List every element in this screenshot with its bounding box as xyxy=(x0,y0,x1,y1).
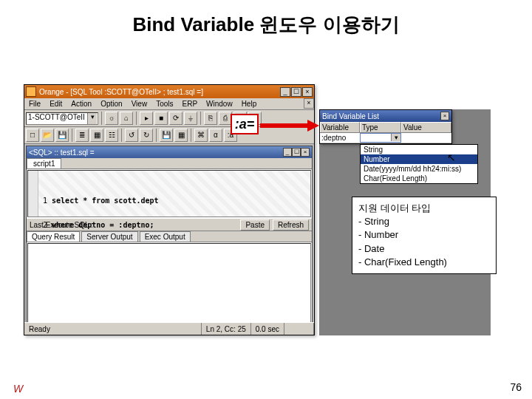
menu-option[interactable]: Option xyxy=(96,98,126,109)
status-bar: Ready Ln 2, Cc: 25 0.0 sec xyxy=(24,322,314,335)
status-position: Ln 2, Cc: 25 xyxy=(202,323,251,335)
editor-tab-script1[interactable]: script1 xyxy=(27,158,61,168)
separator-icon xyxy=(101,112,102,125)
result-grid[interactable] xyxy=(27,243,311,323)
bvl-header-value[interactable]: Value xyxy=(401,122,451,132)
sql-document-title: <SQL> :: test1.sql = xyxy=(29,149,95,157)
close-button[interactable]: × xyxy=(302,87,313,97)
bvl-option-date[interactable]: Date(yyyy/mm/dd hh24:mi:ss) xyxy=(361,164,477,174)
separator-icon xyxy=(136,112,137,125)
status-time: 0.0 sec xyxy=(251,323,284,335)
sql-document-titlebar[interactable]: <SQL> :: test1.sql = _ ☐ × xyxy=(27,146,312,158)
bvl-close-button[interactable]: × xyxy=(440,112,449,120)
grid-icon[interactable]: ▦ xyxy=(174,129,188,142)
toolbar-icon[interactable]: ⎘ xyxy=(204,112,217,125)
bvl-header-type[interactable]: Type xyxy=(360,122,401,132)
sql-line: where deptno = :deptno; xyxy=(52,221,154,229)
bvl-header-variable[interactable]: Variable xyxy=(320,122,360,132)
bvl-option-number[interactable]: Number xyxy=(361,154,477,164)
info-title: 지원 데이터 타입 xyxy=(358,202,490,215)
bvl-option-char[interactable]: Char(Fixed Length) xyxy=(361,174,477,183)
toolbar-icon[interactable]: ⌂ xyxy=(120,112,133,125)
doc-maximize-button[interactable]: ☐ xyxy=(292,148,301,157)
info-line: - String xyxy=(358,215,490,228)
arrow-icon xyxy=(260,121,319,130)
menu-file[interactable]: File xyxy=(24,98,45,109)
app-icon xyxy=(26,86,36,97)
toolbar-icon[interactable]: ↻ xyxy=(140,129,153,142)
status-spacer xyxy=(284,323,314,335)
bind-variable-list-window: Bind Variable List × Variable Type Value… xyxy=(319,109,452,144)
save-icon[interactable]: 💾 xyxy=(55,129,69,142)
editor-tabs: script1 xyxy=(27,158,312,169)
menu-action[interactable]: Action xyxy=(66,98,96,109)
maximize-button[interactable]: ☐ xyxy=(291,87,301,97)
info-line: - Number xyxy=(358,228,490,242)
bvl-title-text: Bind Variable List xyxy=(322,112,379,120)
mdi-close-button[interactable]: × xyxy=(304,98,314,109)
new-icon[interactable]: □ xyxy=(26,129,39,142)
menu-help[interactable]: Help xyxy=(237,98,262,109)
sql-document-window: <SQL> :: test1.sql = _ ☐ × script1 1 sel… xyxy=(26,146,313,324)
toolbar-icon[interactable]: ≣ xyxy=(75,129,89,142)
bvl-row[interactable]: :deptno xyxy=(320,133,451,143)
window-titlebar[interactable]: Orange - [SQL Tool :SCOTT@OTeII> ; test1… xyxy=(24,85,314,98)
menu-tools[interactable]: Tools xyxy=(151,98,177,109)
toolbar-icon[interactable]: ⟳ xyxy=(169,112,183,125)
bvl-variable-name: :deptno xyxy=(320,133,360,143)
info-line: - Char(Fixed Length) xyxy=(358,256,490,269)
bvl-titlebar[interactable]: Bind Variable List × xyxy=(320,110,451,122)
menu-edit[interactable]: Edit xyxy=(45,98,66,109)
cursor-icon: ↖ xyxy=(447,151,456,163)
line-number: 2 xyxy=(43,221,47,229)
sql-editor[interactable]: 1 select * from scott.dept 2 where deptn… xyxy=(27,170,311,217)
minimize-button[interactable]: _ xyxy=(280,87,290,97)
bvl-type-combo[interactable] xyxy=(360,133,401,143)
menu-view[interactable]: View xyxy=(127,98,152,109)
toolbar-icon[interactable]: ↺ xyxy=(125,129,138,142)
separator-icon xyxy=(156,129,157,142)
menu-erp[interactable]: ERP xyxy=(177,98,202,109)
run-icon[interactable]: ▸ xyxy=(140,112,153,125)
separator-icon xyxy=(191,129,191,142)
doc-minimize-button[interactable]: _ xyxy=(283,148,292,157)
menu-window[interactable]: Window xyxy=(202,98,237,109)
bvl-value-cell[interactable] xyxy=(401,133,451,143)
status-ready: Ready xyxy=(24,323,202,335)
toolbar-icon[interactable]: α xyxy=(209,129,222,142)
toolbar-icon[interactable]: ▦ xyxy=(90,129,103,142)
bvl-column-headers: Variable Type Value xyxy=(320,122,451,133)
bvl-type-dropdown[interactable]: String Number Date(yyyy/mm/dd hh24:mi:ss… xyxy=(360,144,478,184)
page-number: 76 xyxy=(510,381,522,393)
doc-close-button[interactable]: × xyxy=(301,148,310,157)
bind-variable-callout: :a= xyxy=(231,114,259,134)
editor-gutter xyxy=(28,171,38,216)
vendor-logo: W xyxy=(13,383,23,395)
toolbar-icon[interactable]: ⏚ xyxy=(184,112,197,125)
sql-line: select * from scott.dept xyxy=(52,197,159,205)
toolbar-icon[interactable]: ☷ xyxy=(105,129,118,142)
toolbar-icon[interactable]: ☼ xyxy=(105,112,118,125)
open-icon[interactable]: 📂 xyxy=(41,129,54,142)
stop-icon[interactable]: ■ xyxy=(154,112,168,125)
bvl-option-string[interactable]: String xyxy=(361,145,477,154)
info-line: - Date xyxy=(358,242,490,256)
separator-icon xyxy=(200,112,201,125)
menu-bar[interactable]: File Edit Action Option View Tools ERP W… xyxy=(24,98,314,110)
window-title-text: Orange - [SQL Tool :SCOTT@OTeII> ; test1… xyxy=(39,88,203,96)
slide-title: Bind Variable 윈도우 이용하기 xyxy=(0,0,532,44)
supported-types-box: 지원 데이터 타입 - String - Number - Date - Cha… xyxy=(352,197,497,274)
line-number: 1 xyxy=(43,197,47,205)
save-as-icon[interactable]: 💾 xyxy=(160,129,173,142)
separator-icon xyxy=(72,129,72,142)
separator-icon xyxy=(121,129,122,142)
toolbar-icon[interactable]: ⌘ xyxy=(194,129,208,142)
schema-combo[interactable]: 1-SCOTT@OTeII xyxy=(26,112,98,125)
